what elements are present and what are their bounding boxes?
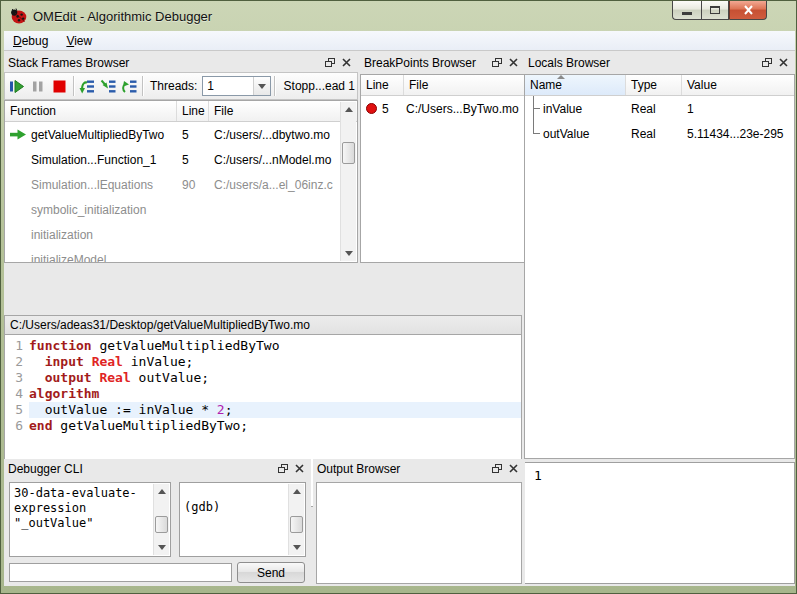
scroll-up-button[interactable] <box>341 102 356 117</box>
stop-icon <box>52 79 67 94</box>
cli-response-area[interactable]: (gdb) <box>179 482 306 557</box>
column-header-file[interactable]: File <box>404 75 524 95</box>
column-header-type[interactable]: Type <box>626 75 682 95</box>
dock-area: Stack Frames Browser <box>4 51 795 586</box>
locals-header-row: Name Type Value <box>525 75 794 96</box>
debugger-status-text: Stopp...ead 1 <box>284 79 355 93</box>
breakpoints-table: Line File 5 C:/Users...ByTwo.mo <box>360 74 525 263</box>
debugger-cli-title: Debugger CLI <box>8 462 275 476</box>
float-icon <box>278 464 289 474</box>
local-type: Real <box>626 127 682 141</box>
pause-icon <box>31 79 45 94</box>
line-number[interactable]: 3 <box>5 370 29 386</box>
scroll-down-button[interactable] <box>289 540 304 555</box>
code-line[interactable]: 3 output Real outValue; <box>5 370 521 386</box>
frame-function: symbolic_initialization <box>31 203 151 217</box>
menu-view[interactable]: View <box>57 32 101 50</box>
scroll-down-button[interactable] <box>341 246 356 261</box>
stack-frame-row[interactable]: Simulation...lEquations 90 C:/users/a...… <box>5 172 357 197</box>
cli-log-scrollbar[interactable] <box>153 484 169 555</box>
breakpoint-row[interactable]: 5 C:/Users...ByTwo.mo <box>361 96 524 121</box>
minimize-button[interactable] <box>672 1 701 20</box>
stack-frames-dock: Stack Frames Browser <box>4 53 358 263</box>
cli-command-input[interactable] <box>9 563 232 582</box>
scroll-up-button[interactable] <box>154 484 169 499</box>
output-browser-close-button[interactable] <box>505 462 521 476</box>
resume-button[interactable] <box>7 75 28 97</box>
close-icon <box>509 58 518 67</box>
arrow-up-icon <box>345 107 353 112</box>
step-in-button[interactable] <box>97 75 118 97</box>
threads-dropdown[interactable]: 1 <box>202 76 270 96</box>
line-number[interactable]: 4 <box>5 386 29 402</box>
stack-frame-row[interactable]: Simulation...Function_1 5 C:/users/...nM… <box>5 147 357 172</box>
stack-frame-row[interactable]: symbolic_initialization <box>5 197 357 222</box>
column-header-function[interactable]: Function <box>5 101 177 121</box>
local-name: inValue <box>541 102 626 116</box>
scroll-down-button[interactable] <box>154 540 169 555</box>
line-number[interactable]: 5 <box>5 402 29 418</box>
sort-ascending-icon <box>557 75 565 79</box>
cli-command-log[interactable]: 30-data-evaluate- expression "_outValue" <box>9 482 171 557</box>
stack-frames-float-button[interactable] <box>322 56 338 70</box>
locals-titlebar: Locals Browser <box>524 53 795 72</box>
locals-row-invalue[interactable]: inValue Real 1 <box>525 96 794 121</box>
interrupt-button[interactable] <box>28 75 49 97</box>
breakpoint-file: C:/Users...ByTwo.mo <box>404 102 524 116</box>
locals-dock: Locals Browser Name Type Value <box>524 53 795 459</box>
locals-row-outvalue[interactable]: outValue Real 5.11434...23e-295 <box>525 121 794 146</box>
stack-frame-row[interactable]: initialization <box>5 222 357 247</box>
locals-close-button[interactable] <box>775 56 791 70</box>
editor-file-path: C:/Users/adeas31/Desktop/getValueMultipl… <box>4 315 522 334</box>
frame-file: C:/users/...dbytwo.mo <box>209 128 357 142</box>
menu-debug[interactable]: Debug <box>4 32 57 50</box>
code-line[interactable]: 1 function getValueMultipliedByTwo <box>5 338 521 354</box>
stack-frame-row-current[interactable]: getValueMultipliedByTwo 5 C:/users/...db… <box>5 122 357 147</box>
breakpoints-close-button[interactable] <box>505 56 521 70</box>
stop-button[interactable] <box>49 75 70 97</box>
close-icon <box>295 464 304 473</box>
column-header-line[interactable]: Line <box>361 75 404 95</box>
scrollbar-thumb[interactable] <box>290 516 303 533</box>
code-line[interactable]: 2 input Real inValue; <box>5 354 521 370</box>
code-line[interactable]: 6 end getValueMultipliedByTwo; <box>5 418 521 434</box>
maximize-button[interactable] <box>701 1 729 20</box>
line-number[interactable]: 2 <box>5 354 29 370</box>
close-button[interactable] <box>729 1 767 20</box>
locals-title: Locals Browser <box>528 56 759 70</box>
dropdown-arrow-button[interactable] <box>253 77 270 95</box>
step-in-icon <box>100 79 116 94</box>
scrollbar-thumb[interactable] <box>155 516 168 533</box>
omedit-debugger-window: OMEdit - Algorithmic Debugger Debug View… <box>0 0 797 594</box>
line-number[interactable]: 6 <box>5 418 29 434</box>
column-header-file[interactable]: File <box>209 101 357 121</box>
output-browser-float-button[interactable] <box>489 462 505 476</box>
close-icon <box>342 58 351 67</box>
ladybug-app-icon <box>9 8 27 24</box>
code-line-current[interactable]: 5 outValue := inValue * 2; <box>5 402 521 418</box>
column-header-line[interactable]: Line <box>177 101 209 121</box>
line-number[interactable]: 1 <box>5 338 29 354</box>
local-type: Real <box>626 102 682 116</box>
frame-line: 90 <box>177 178 209 192</box>
threads-dropdown-value: 1 <box>203 79 252 93</box>
cli-response-scrollbar[interactable] <box>288 484 304 555</box>
debugger-cli-float-button[interactable] <box>275 462 291 476</box>
stack-frames-close-button[interactable] <box>338 56 354 70</box>
stack-frames-scrollbar[interactable] <box>340 102 356 261</box>
locals-float-button[interactable] <box>759 56 775 70</box>
column-header-name[interactable]: Name <box>525 75 626 95</box>
breakpoints-float-button[interactable] <box>489 56 505 70</box>
scroll-up-button[interactable] <box>289 484 304 499</box>
scrollbar-thumb[interactable] <box>342 142 355 164</box>
stack-frame-row[interactable]: initializeModel <box>5 247 357 263</box>
step-over-button[interactable] <box>76 75 97 97</box>
frame-file: C:/users/a...el_06inz.c <box>209 178 357 192</box>
titlebar[interactable]: OMEdit - Algorithmic Debugger <box>1 1 796 31</box>
window-title: OMEdit - Algorithmic Debugger <box>33 9 212 24</box>
code-line[interactable]: 4 algorithm <box>5 386 521 402</box>
column-header-value[interactable]: Value <box>682 75 794 95</box>
debugger-cli-close-button[interactable] <box>291 462 307 476</box>
send-button[interactable]: Send <box>237 562 305 583</box>
step-return-button[interactable] <box>118 75 139 97</box>
